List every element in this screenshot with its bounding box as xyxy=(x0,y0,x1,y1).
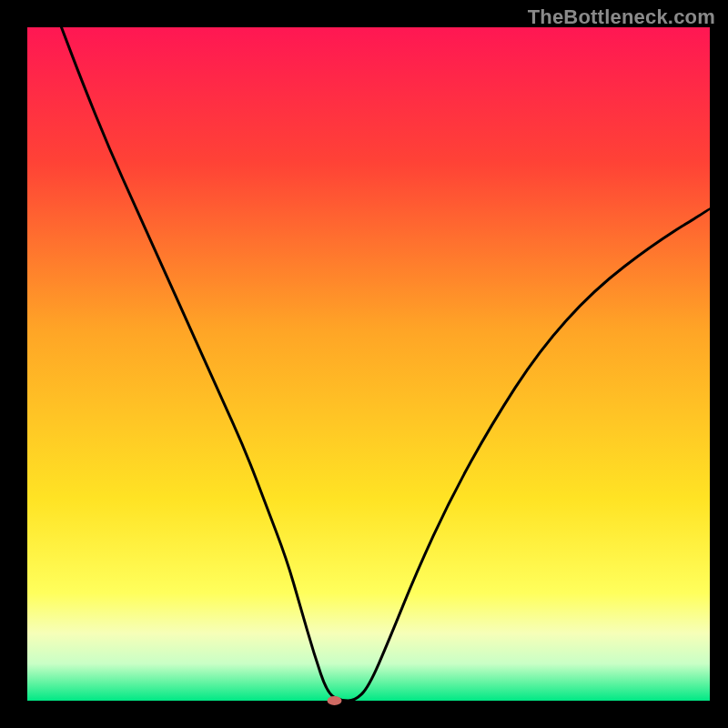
chart-svg xyxy=(0,0,728,728)
chart-frame: TheBottleneck.com xyxy=(0,0,728,728)
chart-gradient-bg xyxy=(27,27,710,701)
optimum-marker xyxy=(328,696,342,705)
watermark-text: TheBottleneck.com xyxy=(528,5,715,29)
